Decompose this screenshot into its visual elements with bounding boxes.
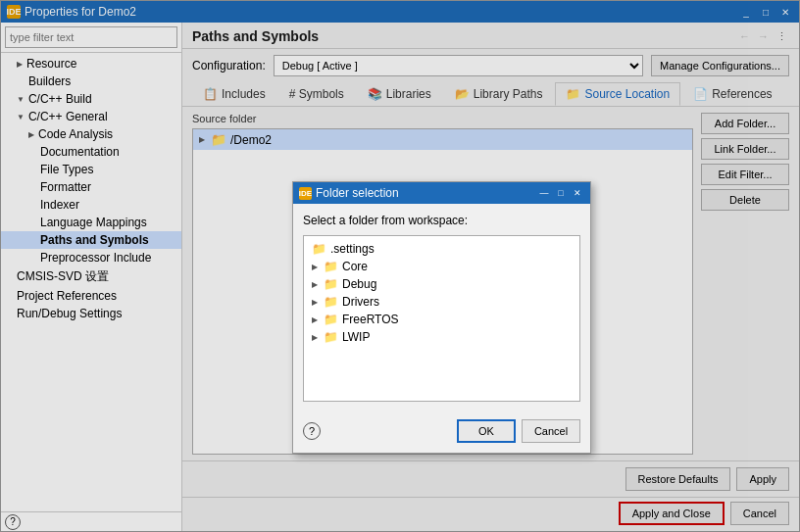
expand-arrow: ▶ [312,333,318,342]
modal-title: Folder selection [316,186,399,200]
modal-item-label: FreeRTOS [342,313,399,326]
modal-tree-item-lwip[interactable]: ▶ 📁 LWIP [308,328,575,346]
folder-icon: 📁 [324,295,338,309]
modal-bottom: ? OK Cancel [293,411,590,453]
modal-close-button[interactable]: ✕ [571,187,584,199]
expand-arrow: ▶ [312,298,318,307]
expand-arrow: ▶ [312,280,318,289]
modal-item-label: Core [342,260,368,273]
modal-item-label: Debug [342,277,376,291]
modal-cancel-button[interactable]: Cancel [522,419,580,443]
expand-arrow: ▶ [312,315,318,324]
modal-item-label: LWIP [342,330,370,344]
modal-item-label: Drivers [342,295,379,309]
modal-help-button[interactable]: ? [303,422,321,440]
folder-icon: 📁 [312,242,326,256]
modal-tree-item-debug[interactable]: ▶ 📁 Debug [308,275,575,293]
modal-ok-button[interactable]: OK [457,419,516,443]
modal-tree-item-freertos[interactable]: ▶ 📁 FreeRTOS [308,311,575,328]
modal-instruction: Select a folder from workspace: [303,214,580,227]
folder-icon: 📁 [324,330,338,344]
modal-logo: IDE [299,187,312,200]
expand-arrow: ▶ [312,263,318,271]
modal-title-bar: IDE Folder selection — □ ✕ [293,182,590,204]
modal-action-buttons: OK Cancel [457,419,580,443]
modal-body: Select a folder from workspace: 📁 .setti… [293,204,590,411]
folder-icon: 📁 [324,313,338,326]
modal-overlay: IDE Folder selection — □ ✕ Select a fold… [0,0,800,532]
modal-minimize-button[interactable]: — [537,187,551,199]
modal-tree[interactable]: 📁 .settings ▶ 📁 Core ▶ 📁 Debug ▶ [303,235,580,402]
modal-item-label: .settings [330,242,375,256]
folder-icon: 📁 [324,260,338,273]
modal-tree-item-settings[interactable]: 📁 .settings [308,240,575,258]
folder-icon: 📁 [324,277,338,291]
modal-controls: — □ ✕ [537,187,584,199]
folder-selection-dialog: IDE Folder selection — □ ✕ Select a fold… [292,181,591,454]
modal-tree-item-drivers[interactable]: ▶ 📁 Drivers [308,293,575,311]
modal-tree-item-core[interactable]: ▶ 📁 Core [308,258,575,275]
modal-maximize-button[interactable]: □ [554,187,568,199]
